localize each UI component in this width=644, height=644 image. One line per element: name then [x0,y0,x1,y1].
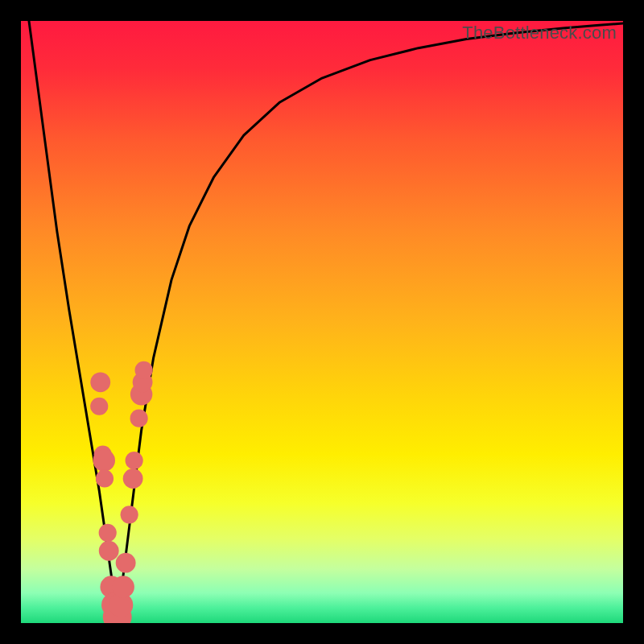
data-point [96,469,114,487]
data-point [112,576,134,598]
data-point [121,506,138,523]
data-point [116,553,136,573]
data-point [90,398,108,415]
data-point [130,410,148,427]
watermark-text: TheBottleneck.com [462,23,617,43]
data-point [123,469,143,489]
data-point [99,541,119,561]
plot-area: TheBottleneck.com [21,21,623,623]
bottleneck-curve [21,21,623,611]
chart-frame: TheBottleneck.com [0,0,644,644]
curve-layer [21,21,623,623]
data-point [135,361,153,379]
data-point [93,449,115,472]
data-point [126,452,143,469]
data-point [99,524,117,542]
data-point [90,372,110,392]
